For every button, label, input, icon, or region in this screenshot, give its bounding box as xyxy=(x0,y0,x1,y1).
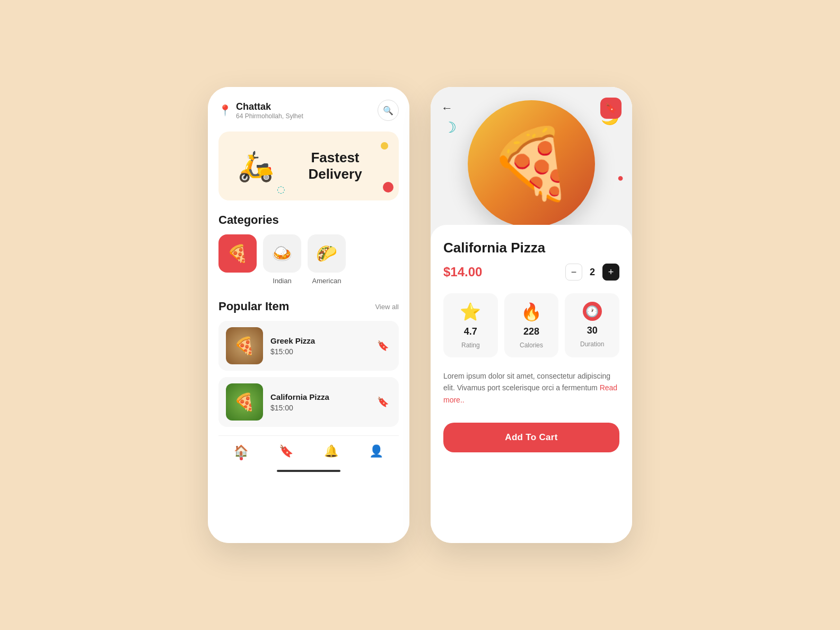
greek-pizza-image: 🍕 xyxy=(226,327,263,364)
quantity-decrease-button[interactable]: − xyxy=(565,264,582,281)
detail-header: ← 🔖 xyxy=(431,87,632,119)
category-indian[interactable]: 🍛 Indian xyxy=(263,234,301,285)
item-description: Lorem ipsum dolor sit amet, consectetur … xyxy=(443,370,619,406)
chinese-label: Chinese xyxy=(225,277,250,285)
calories-value: 228 xyxy=(523,326,539,337)
star-icon: ⭐ xyxy=(460,302,481,322)
american-food-icon: 🌮 xyxy=(316,243,337,264)
california-pizza-name: California Pizza xyxy=(270,392,367,401)
calories-label: Calories xyxy=(520,342,543,349)
nav-notifications[interactable]: 🔔 xyxy=(324,444,338,458)
phone-2: ← 🔖 ☽ 🌙 ● 🍕 California Pizza $14.00 xyxy=(431,87,632,543)
food-card-greek-pizza[interactable]: 🍕 Greek Pizza $15:00 🔖 xyxy=(218,321,399,371)
banner-decoration-dot2 xyxy=(383,182,393,192)
item-price: $14.00 xyxy=(443,265,482,279)
pin-icon: 📍 xyxy=(218,104,232,117)
home-indicator-bar xyxy=(277,470,340,472)
bell-icon: 🔔 xyxy=(324,444,338,458)
quantity-controls: − 2 + xyxy=(565,264,619,281)
bookmark-filled-icon: 🔖 xyxy=(377,340,389,352)
calories-stat-card: 🔥 228 Calories xyxy=(504,293,559,357)
rating-label: Rating xyxy=(461,342,480,349)
location-address: 64 Phirmohollah, Sylhet xyxy=(236,112,303,120)
food-card-california-pizza[interactable]: 🍕 California Pizza $15:00 🔖 xyxy=(218,377,399,427)
popular-header: Popular Item View all xyxy=(218,300,399,313)
nav-bookmark[interactable]: 🔖 xyxy=(279,444,293,458)
person-icon: 👤 xyxy=(369,444,383,458)
categories-row: 🍕 Chinese 🍛 Indian 🌮 American xyxy=(218,234,399,285)
rating-stat-card: ⭐ 4.7 Rating xyxy=(443,293,498,357)
california-pizza-info: California Pizza $15:00 xyxy=(270,392,367,412)
greek-pizza-price: $15:00 xyxy=(270,347,367,356)
duration-stat-card: 🕐 30 Duration xyxy=(565,293,619,357)
search-button[interactable]: 🔍 xyxy=(378,100,399,121)
pizza-hero-section: ← 🔖 ☽ 🌙 ● 🍕 xyxy=(431,87,632,241)
american-label: American xyxy=(312,277,342,285)
rating-value: 4.7 xyxy=(464,326,477,337)
phone-1: 📍 Chattak 64 Phirmohollah, Sylhet 🔍 🛵 Fa… xyxy=(208,87,409,543)
bookmark-outline-icon: 🔖 xyxy=(377,396,389,408)
nav-home[interactable]: 🏠 xyxy=(234,444,248,458)
indian-icon-box: 🍛 xyxy=(263,234,301,273)
greek-pizza-info: Greek Pizza $15:00 xyxy=(270,336,367,356)
chinese-icon-box: 🍕 xyxy=(218,234,257,273)
american-icon-box: 🌮 xyxy=(308,234,346,273)
clock-icon: 🕐 xyxy=(583,302,602,321)
add-to-cart-button[interactable]: Add To Cart xyxy=(443,423,619,452)
price-qty-row: $14.00 − 2 + xyxy=(443,264,619,281)
greek-pizza-name: Greek Pizza xyxy=(270,336,367,345)
indian-label: Indian xyxy=(273,277,291,285)
home-icon: 🏠 xyxy=(234,444,248,458)
banner-text: Fastest Delivery xyxy=(282,150,388,182)
bookmark-nav-icon: 🔖 xyxy=(279,444,293,458)
item-title: California Pizza xyxy=(443,240,619,256)
nav-profile[interactable]: 👤 xyxy=(369,444,383,458)
red-circle-decoration: ● xyxy=(617,172,624,184)
bottom-nav: 🏠 🔖 🔔 👤 xyxy=(218,435,399,465)
california-pizza-image: 🍕 xyxy=(226,383,263,421)
back-button[interactable]: ← xyxy=(441,101,453,115)
pizza-hero-image: 🍕 xyxy=(468,100,595,228)
teal-moon-decoration: ☽ xyxy=(443,119,457,136)
greek-pizza-bookmark[interactable]: 🔖 xyxy=(374,337,391,354)
search-icon: 🔍 xyxy=(383,106,393,116)
location-left: 📍 Chattak 64 Phirmohollah, Sylhet xyxy=(218,101,303,120)
flame-icon: 🔥 xyxy=(521,302,542,322)
california-pizza-bookmark[interactable]: 🔖 xyxy=(374,393,391,410)
location-header: 📍 Chattak 64 Phirmohollah, Sylhet 🔍 xyxy=(218,100,399,121)
categories-title: Categories xyxy=(218,213,399,227)
promo-banner: 🛵 Fastest Delivery ◌ xyxy=(218,132,399,200)
duration-value: 30 xyxy=(587,325,598,336)
delivery-illustration: 🛵 xyxy=(229,142,282,190)
california-pizza-price: $15:00 xyxy=(270,404,367,412)
detail-card: California Pizza $14.00 − 2 + ⭐ 4.7 Rati… xyxy=(431,225,632,465)
detail-bookmark-button[interactable]: 🔖 xyxy=(600,98,622,119)
banner-decoration-teal: ◌ xyxy=(277,183,285,195)
bookmark-white-icon: 🔖 xyxy=(605,102,617,114)
category-chinese[interactable]: 🍕 Chinese xyxy=(218,234,257,285)
view-all-link[interactable]: View all xyxy=(375,303,399,311)
stats-row: ⭐ 4.7 Rating 🔥 228 Calories 🕐 30 Duratio… xyxy=(443,293,619,357)
category-american[interactable]: 🌮 American xyxy=(308,234,346,285)
popular-title: Popular Item xyxy=(218,300,289,313)
location-name: Chattak xyxy=(236,101,303,112)
indian-food-icon: 🍛 xyxy=(272,243,293,264)
quantity-value: 2 xyxy=(590,267,595,278)
phones-container: 📍 Chattak 64 Phirmohollah, Sylhet 🔍 🛵 Fa… xyxy=(208,87,632,543)
nav-active-dot xyxy=(240,457,243,460)
chinese-food-icon: 🍕 xyxy=(227,243,248,264)
duration-label: Duration xyxy=(580,340,604,348)
quantity-increase-button[interactable]: + xyxy=(602,264,619,281)
banner-decoration-dot1 xyxy=(381,142,388,150)
